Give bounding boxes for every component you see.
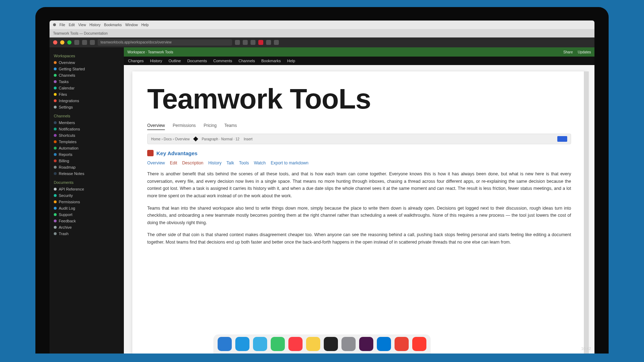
sidebar-item[interactable]: Roadmap (52, 164, 122, 170)
sidebar-item[interactable]: Automation (52, 145, 122, 151)
browser-toolbar: teamworktools.app/workspace/docs/overvie… (50, 37, 594, 47)
share-button[interactable]: Share (563, 50, 573, 54)
sidebar-item[interactable]: Overview (52, 59, 122, 66)
subtab-permissions[interactable]: Permissions (173, 123, 196, 130)
window-minimize-icon[interactable] (60, 40, 64, 45)
clock: 10:42 (581, 346, 591, 351)
os-menu-item[interactable]: View (78, 23, 86, 27)
menu-icon[interactable] (274, 40, 279, 45)
sidebar-group-title: Workspaces (52, 52, 122, 59)
sidebar-item[interactable]: Getting Started (52, 66, 122, 72)
sidebar-item[interactable]: Support (52, 211, 122, 218)
sidebar-item[interactable]: API Reference (52, 186, 122, 192)
sidebar-item[interactable]: Feedback (52, 218, 122, 224)
extensions-icon[interactable] (235, 40, 240, 45)
address-bar[interactable]: teamworktools.app/workspace/docs/overvie… (98, 39, 232, 46)
page-title: Teamwork TooLs (147, 83, 571, 115)
link-talk[interactable]: Talk (226, 160, 234, 165)
download-icon[interactable] (251, 40, 255, 45)
sidebar-bullet-icon (54, 159, 57, 162)
format-selector[interactable]: Paragraph · Normal · 12 (202, 137, 240, 141)
record-icon[interactable] (258, 40, 263, 45)
sidebar-item[interactable]: Shortcuts (52, 132, 122, 139)
os-menu-item[interactable]: History (90, 23, 100, 27)
updates-button[interactable]: Updates (578, 50, 591, 54)
sidebar-bullet-icon (54, 213, 57, 216)
browser-tabbar: Teamwork Tools — Documentation (50, 29, 594, 37)
profile-icon[interactable] (266, 40, 271, 45)
sidebar-item[interactable]: Trash (52, 230, 122, 237)
sidebar-item[interactable]: Billing (52, 158, 122, 164)
menu-history[interactable]: History (150, 59, 162, 63)
dock-app-messages[interactable] (271, 337, 285, 351)
dock-app-safari[interactable] (235, 337, 249, 351)
link-history[interactable]: History (208, 160, 222, 165)
primary-action-button[interactable] (557, 136, 567, 142)
dock-app-calendar[interactable] (412, 337, 426, 351)
menu-channels[interactable]: Channels (238, 59, 255, 63)
dock-app-settings[interactable] (341, 337, 356, 351)
link-tools[interactable]: Tools (239, 160, 249, 165)
sidebar-item[interactable]: Security (52, 192, 122, 199)
sidebar-item[interactable]: Calendar (52, 85, 122, 91)
breadcrumb[interactable]: Home › Docs › Overview (151, 137, 190, 141)
sidebar-item-label: Calendar (59, 86, 75, 90)
menu-outline[interactable]: Outline (168, 59, 181, 63)
forward-icon[interactable] (82, 40, 87, 45)
os-menu-item[interactable]: File (59, 23, 65, 27)
scrollbar[interactable] (584, 71, 589, 354)
sidebar-item[interactable]: Settings (52, 104, 122, 110)
dock-app-browser[interactable] (395, 337, 409, 351)
workspace-name[interactable]: Workspace · Teamwork Tools (127, 50, 173, 54)
window-zoom-icon[interactable] (67, 40, 71, 45)
link-export[interactable]: Export to markdown (271, 160, 309, 165)
sidebar-item[interactable]: Files (52, 91, 122, 98)
link-overview[interactable]: Overview (147, 160, 165, 165)
menu-documents[interactable]: Documents (187, 59, 207, 63)
dock-app-vscode[interactable] (377, 337, 391, 351)
sidebar-item[interactable]: Integrations (52, 98, 122, 104)
main: Workspace · Teamwork Tools Share Updates… (124, 47, 594, 354)
window-close-icon[interactable] (53, 40, 57, 45)
dock-app-mail[interactable] (253, 337, 267, 351)
link-edit[interactable]: Edit (170, 160, 177, 165)
menu-help[interactable]: Help (287, 59, 295, 63)
browser-tab[interactable]: Teamwork Tools — Documentation (53, 31, 108, 35)
sidebar-item[interactable]: Channels (52, 72, 122, 78)
sidebar-item[interactable]: Members (52, 119, 122, 126)
bookmark-icon[interactable] (243, 40, 248, 45)
menu-changes[interactable]: Changes (128, 59, 144, 63)
os-menu-item[interactable]: Edit (69, 23, 75, 27)
dock-app-music[interactable] (288, 337, 303, 351)
dock-app-slack[interactable] (359, 337, 373, 351)
laptop-frame: File Edit View History Bookmarks Window … (35, 7, 609, 354)
menu-comments[interactable]: Comments (213, 59, 232, 63)
sidebar-item[interactable]: Permissions (52, 199, 122, 205)
sidebar-item[interactable]: Notifications (52, 126, 122, 132)
reload-icon[interactable] (90, 40, 95, 45)
dock-app-terminal[interactable] (324, 337, 338, 351)
sidebar-item[interactable]: Release Notes (52, 170, 122, 177)
menu-bookmarks[interactable]: Bookmarks (261, 59, 281, 63)
sidebar-item-label: Settings (59, 105, 73, 109)
sidebar-bullet-icon (54, 200, 57, 203)
apple-menu-icon[interactable] (53, 23, 56, 26)
subtab-pricing[interactable]: Pricing (203, 123, 217, 130)
dock-app-notes[interactable] (306, 337, 320, 351)
subtab-teams[interactable]: Teams (224, 123, 237, 130)
link-description[interactable]: Description (182, 160, 203, 165)
screen: File Edit View History Bookmarks Window … (50, 21, 594, 354)
sidebar-item[interactable]: Templates (52, 139, 122, 145)
os-menu-item[interactable]: Help (142, 23, 149, 27)
os-menu-item[interactable]: Bookmarks (104, 23, 122, 27)
insert-button[interactable]: Insert (244, 137, 253, 141)
back-icon[interactable] (74, 40, 79, 45)
subtab-overview[interactable]: Overview (147, 123, 165, 130)
sidebar-item[interactable]: Tasks (52, 78, 122, 85)
dock-app-finder[interactable] (218, 337, 232, 351)
sidebar-item[interactable]: Archive (52, 224, 122, 230)
os-menu-item[interactable]: Window (125, 23, 138, 27)
sidebar-item[interactable]: Reports (52, 151, 122, 158)
link-watch[interactable]: Watch (254, 160, 266, 165)
sidebar-item[interactable]: Audit Log (52, 205, 122, 211)
